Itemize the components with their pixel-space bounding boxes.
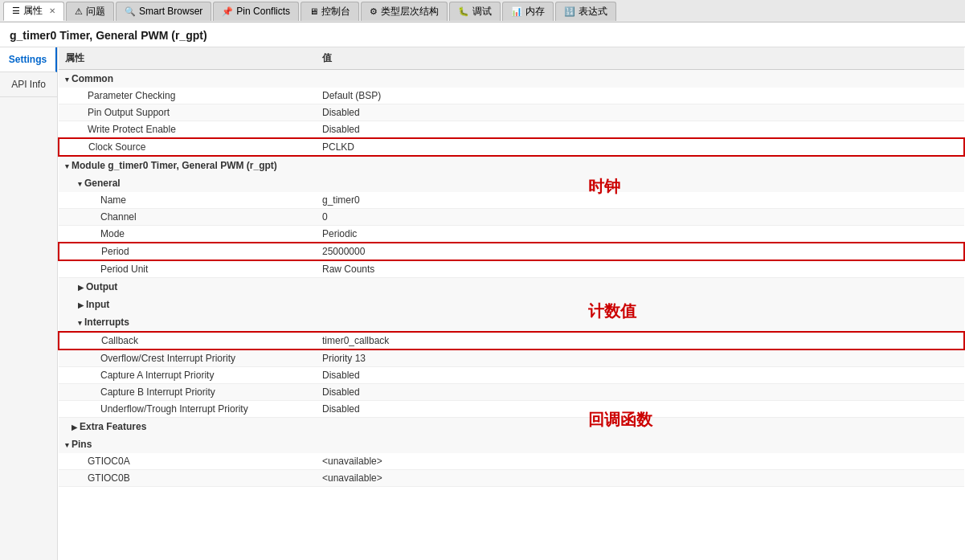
- prop-name: Name: [59, 192, 316, 209]
- val-period-unit: Raw Counts: [316, 260, 964, 278]
- close-tab-properties[interactable]: ✕: [49, 6, 55, 15]
- prop-gtioc0b: GTIOC0B: [59, 470, 316, 487]
- prop-callback: Callback: [59, 332, 316, 349]
- main-content: g_timer0 Timer, General PWM (r_gpt) Sett…: [0, 22, 965, 560]
- tab-memory[interactable]: 📊 内存: [502, 2, 554, 21]
- val-overflow-interrupt: Priority 13: [316, 349, 964, 367]
- pin-conflicts-icon: 📌: [222, 6, 233, 17]
- tab-smart-browser[interactable]: 🔍 Smart Browser: [116, 2, 211, 21]
- row-pin-output[interactable]: Pin Output Support Disabled: [59, 104, 964, 121]
- prop-pin-output: Pin Output Support: [59, 104, 316, 121]
- collapse-general-icon[interactable]: ▾: [78, 180, 82, 188]
- prop-mode: Mode: [59, 226, 316, 243]
- prop-period-unit: Period Unit: [59, 260, 316, 278]
- row-underflow[interactable]: Underflow/Trough Interrupt Priority Disa…: [59, 401, 964, 418]
- tab-issues[interactable]: ⚠ 问题: [66, 2, 114, 21]
- val-write-protect: Disabled: [316, 121, 964, 139]
- prop-parameter-checking: Parameter Checking: [59, 88, 316, 104]
- table-header-row: 属性 值: [59, 47, 964, 70]
- col-header-value: 值: [316, 47, 964, 70]
- row-capture-b[interactable]: Capture B Interrupt Priority Disabled: [59, 384, 964, 401]
- collapse-input-icon[interactable]: ▶: [78, 301, 84, 309]
- prop-write-protect: Write Protect Enable: [59, 121, 316, 139]
- body-area: Settings API Info 时钟 计数值 回调函数 属性 值: [0, 47, 965, 560]
- row-gtioc0a[interactable]: GTIOC0A <unavailable>: [59, 453, 964, 470]
- row-name[interactable]: Name g_timer0: [59, 192, 964, 209]
- collapse-common-icon[interactable]: ▾: [65, 76, 69, 84]
- memory-icon: 📊: [511, 6, 522, 17]
- row-mode[interactable]: Mode Periodic: [59, 226, 964, 243]
- row-period-unit[interactable]: Period Unit Raw Counts: [59, 260, 964, 278]
- section-pins: ▾Pins: [59, 435, 964, 453]
- expressions-icon: 🔢: [564, 6, 575, 17]
- val-channel: 0: [316, 209, 964, 226]
- tab-pin-conflicts[interactable]: 📌 Pin Conflicts: [213, 2, 299, 21]
- row-period[interactable]: Period 25000000: [59, 243, 964, 260]
- prop-channel: Channel: [59, 209, 316, 226]
- prop-gtioc0a: GTIOC0A: [59, 453, 316, 470]
- tab-properties[interactable]: ☰ 属性 ✕: [3, 2, 64, 21]
- section-module: ▾Module g_timer0 Timer, General PWM (r_g…: [59, 156, 964, 174]
- prop-overflow-interrupt: Overflow/Crest Interrupt Priority: [59, 349, 316, 367]
- sidebar-item-settings[interactable]: Settings: [0, 47, 57, 72]
- type-hierarchy-icon: ⚙: [370, 6, 378, 17]
- collapse-extra-icon[interactable]: ▶: [72, 423, 77, 431]
- tab-console[interactable]: 🖥 控制台: [301, 2, 359, 21]
- row-parameter-checking[interactable]: Parameter Checking Default (BSP): [59, 88, 964, 104]
- prop-period: Period: [59, 243, 316, 260]
- row-write-protect[interactable]: Write Protect Enable Disabled: [59, 121, 964, 139]
- val-capture-a: Disabled: [316, 367, 964, 384]
- table-wrapper: 时钟 计数值 回调函数 属性 值 ▾Common: [58, 47, 965, 487]
- collapse-module-icon[interactable]: ▾: [65, 162, 69, 170]
- properties-icon: ☰: [12, 6, 20, 16]
- col-header-property: 属性: [59, 47, 316, 70]
- debug-icon: 🐛: [458, 6, 469, 17]
- sidebar: Settings API Info: [0, 47, 58, 560]
- collapse-interrupts-icon[interactable]: ▾: [78, 319, 82, 327]
- section-output: ▶Output: [59, 278, 964, 296]
- smart-browser-icon: 🔍: [125, 6, 136, 17]
- val-period: 25000000: [316, 243, 964, 260]
- val-parameter-checking: Default (BSP): [316, 88, 964, 104]
- console-icon: 🖥: [309, 6, 318, 16]
- section-extra-features: ▶Extra Features: [59, 418, 964, 436]
- tab-debug[interactable]: 🐛 调试: [449, 2, 501, 21]
- tab-type-hierarchy[interactable]: ⚙ 类型层次结构: [361, 2, 448, 21]
- row-overflow-interrupt[interactable]: Overflow/Crest Interrupt Priority Priori…: [59, 349, 964, 367]
- section-general: ▾General: [59, 174, 964, 192]
- collapse-output-icon[interactable]: ▶: [78, 284, 84, 292]
- annotation-count: 计数值: [588, 300, 636, 322]
- row-channel[interactable]: Channel 0: [59, 209, 964, 226]
- prop-capture-b: Capture B Interrupt Priority: [59, 384, 316, 401]
- tab-expressions[interactable]: 🔢 表达式: [555, 2, 616, 21]
- val-gtioc0b: <unavailable>: [316, 470, 964, 487]
- properties-area[interactable]: 时钟 计数值 回调函数 属性 值 ▾Common: [58, 47, 965, 560]
- properties-table: 属性 值 ▾Common Parameter Checking Default …: [58, 47, 965, 487]
- collapse-pins-icon[interactable]: ▾: [65, 441, 69, 449]
- annotation-clock: 时钟: [588, 176, 620, 198]
- tab-bar: ☰ 属性 ✕ ⚠ 问题 🔍 Smart Browser 📌 Pin Confli…: [0, 0, 965, 22]
- val-clock-source: PCLKD: [316, 138, 964, 156]
- annotation-callback: 回调函数: [588, 409, 652, 431]
- section-input: ▶Input: [59, 296, 964, 313]
- val-gtioc0a: <unavailable>: [316, 453, 964, 470]
- issues-icon: ⚠: [75, 6, 83, 17]
- val-mode: Periodic: [316, 226, 964, 243]
- row-capture-a[interactable]: Capture A Interrupt Priority Disabled: [59, 367, 964, 384]
- prop-capture-a: Capture A Interrupt Priority: [59, 367, 316, 384]
- val-capture-b: Disabled: [316, 384, 964, 401]
- section-interrupts: ▾Interrupts: [59, 313, 964, 332]
- val-pin-output: Disabled: [316, 104, 964, 121]
- sidebar-item-api-info[interactable]: API Info: [0, 72, 57, 97]
- row-callback[interactable]: Callback timer0_callback: [59, 332, 964, 349]
- row-clock-source[interactable]: Clock Source PCLKD: [59, 138, 964, 156]
- prop-clock-source: Clock Source: [59, 138, 316, 156]
- page-title: g_timer0 Timer, General PWM (r_gpt): [0, 22, 965, 47]
- row-gtioc0b[interactable]: GTIOC0B <unavailable>: [59, 470, 964, 487]
- val-callback: timer0_callback: [316, 332, 964, 349]
- prop-underflow: Underflow/Trough Interrupt Priority: [59, 401, 316, 418]
- section-common: ▾Common: [59, 70, 964, 88]
- val-name: g_timer0: [316, 192, 964, 209]
